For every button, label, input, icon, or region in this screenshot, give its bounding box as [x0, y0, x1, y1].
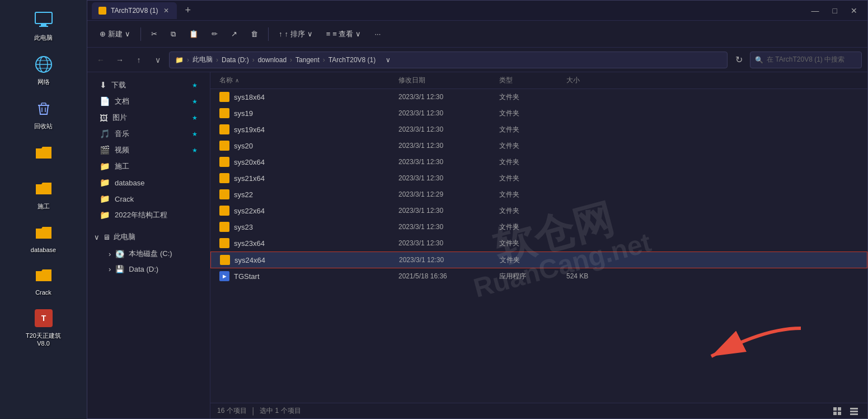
add-tab-button[interactable]: + [181, 4, 194, 16]
sidebar-item-construction[interactable]: 📁 施工 [91, 159, 207, 174]
file-row[interactable]: sys21x64 2023/3/1 12:30 文件夹 [210, 170, 867, 187]
active-tab[interactable]: TArchT20V8 (1) ✕ [92, 2, 177, 19]
file-name: sys20x64 [234, 158, 398, 166]
file-row[interactable]: sys20 2023/3/1 12:30 文件夹 [210, 138, 867, 154]
path-part-0: 此电脑 [193, 55, 213, 64]
sidebar-item-structural[interactable]: 📁 2022年结构工程 [91, 207, 207, 223]
file-area: 名称 ∧ 修改日期 类型 大小 软仓网 RuanCang.net [210, 72, 867, 418]
share-button[interactable]: ↗ [226, 26, 243, 41]
sort-label: ↑ 排序 [285, 29, 305, 39]
structural-folder-icon [32, 264, 55, 287]
desktop-icon-database[interactable]: 施工 [21, 174, 66, 214]
desktop-icon-t20-label: T20天正建筑V8.0 [26, 332, 61, 347]
file-name: sys20 [234, 142, 398, 150]
file-row[interactable]: sys20x64 2023/3/1 12:30 文件夹 [210, 154, 867, 170]
copy-button[interactable]: ⧉ [165, 26, 181, 42]
col-name-label: 名称 [219, 76, 233, 85]
col-header-date[interactable]: 修改日期 [398, 76, 499, 85]
videos-icon: 🎬 [100, 145, 110, 155]
address-path[interactable]: 📁 › 此电脑 › Data (D:) › download › Tangent… [169, 52, 728, 68]
rename-button[interactable]: ✏ [206, 26, 223, 41]
sort-button[interactable]: ↑ ↑ 排序 ∨ [273, 26, 318, 43]
sidebar-this-pc-header[interactable]: ∨ 🖥 此电脑 [87, 229, 210, 245]
refresh-button[interactable]: ↻ [731, 52, 747, 68]
desktop-icon-crack[interactable]: database [21, 218, 66, 257]
pin-icon-documents: ★ [192, 98, 198, 105]
download-icon: ⬇ [100, 80, 107, 90]
folder-icon [220, 255, 230, 265]
close-button[interactable]: ✕ [847, 5, 861, 16]
sidebar-label-construction: 施工 [115, 161, 129, 171]
app-icon: ▶ [219, 271, 229, 281]
path-separator-3: › [290, 56, 292, 64]
search-box[interactable]: 🔍 在 TArchT20V8 (1) 中搜索 [750, 52, 862, 68]
file-name: sys18x64 [234, 93, 398, 101]
back-button[interactable]: ← [93, 52, 109, 68]
tab-folder-icon [98, 7, 106, 15]
desktop-icon-construction[interactable] [21, 138, 66, 170]
svg-rect-18 [850, 408, 858, 409]
sidebar-label-documents: 文档 [115, 96, 129, 106]
file-type: 文件夹 [499, 109, 566, 118]
file-row[interactable]: sys22x64 2023/3/1 12:30 文件夹 [210, 203, 867, 219]
sidebar-label-pictures: 图片 [112, 113, 127, 123]
paste-button[interactable]: 📋 [184, 26, 204, 41]
cut-button[interactable]: ✂ [146, 26, 163, 41]
file-row[interactable]: sys24x64 2023/3/1 12:30 文件夹 [210, 252, 867, 268]
tab-close-button[interactable]: ✕ [162, 7, 170, 15]
file-name: sys23 [234, 223, 398, 231]
folder-icon [219, 157, 229, 167]
sidebar-item-pictures[interactable]: 🖼 图片 ★ [91, 110, 207, 125]
desktop-icon-network[interactable]: 网络 [21, 50, 66, 90]
sidebar-item-crack[interactable]: 📁 Crack [91, 191, 207, 207]
minimize-button[interactable]: — [808, 5, 823, 16]
col-header-size[interactable]: 大小 [566, 76, 622, 85]
desktop-icon-this-pc[interactable]: 此电脑 [21, 6, 66, 45]
new-button[interactable]: ⊕ 新建 ∨ [94, 26, 136, 43]
selected-count: 选中 1 个项目 [260, 406, 301, 416]
sidebar-item-downloads[interactable]: ⬇ 下载 ★ [91, 77, 207, 93]
view-button[interactable]: ≡ ≡ 查看 ∨ [321, 26, 367, 43]
desktop-icon-database-label: 施工 [37, 202, 50, 211]
desktop-icon-this-pc-label: 此电脑 [34, 34, 53, 42]
file-row[interactable]: ▶ TGStart 2021/5/18 16:36 应用程序 524 KB [210, 268, 867, 285]
cut-icon: ✂ [151, 30, 157, 38]
col-header-name[interactable]: 名称 ∧ [219, 76, 398, 85]
construction-folder-icon [32, 142, 55, 164]
list-view-button[interactable] [847, 404, 861, 418]
file-type: 文件夹 [499, 190, 566, 199]
file-row[interactable]: sys18x64 2023/3/1 12:30 文件夹 [210, 89, 867, 105]
file-row[interactable]: sys19x64 2023/3/1 12:30 文件夹 [210, 122, 867, 138]
col-header-type[interactable]: 类型 [499, 76, 566, 85]
svg-rect-14 [833, 407, 837, 411]
sidebar-item-music[interactable]: 🎵 音乐 ★ [91, 126, 207, 142]
file-row[interactable]: sys23 2023/3/1 12:30 文件夹 [210, 219, 867, 235]
desktop-icon-recycle[interactable]: 回收站 [21, 94, 66, 134]
path-dropdown-button[interactable]: ∨ [381, 53, 395, 67]
sort-arrow-icon: ∧ [235, 77, 239, 83]
sidebar-item-documents[interactable]: 📄 文档 ★ [91, 94, 207, 109]
more-button[interactable]: ··· [369, 26, 386, 41]
desktop-icon-t20[interactable]: T T20天正建筑V8.0 [21, 304, 66, 350]
sidebar-item-database[interactable]: 📁 database [91, 175, 207, 190]
up-button[interactable]: ↑ [131, 52, 147, 68]
forward-button[interactable]: → [112, 52, 128, 68]
sidebar-local-disk[interactable]: › 💽 本地磁盘 (C:) [91, 246, 207, 262]
maximize-button[interactable]: □ [829, 5, 841, 16]
delete-button[interactable]: 🗑 [245, 26, 264, 41]
file-row[interactable]: sys22 2023/3/1 12:29 文件夹 [210, 187, 867, 203]
expand-button[interactable]: ∨ [150, 52, 166, 68]
file-row[interactable]: sys23x64 2023/3/1 12:30 文件夹 [210, 235, 867, 252]
desktop-icon-2022[interactable]: Crack [21, 261, 66, 299]
svg-rect-19 [850, 411, 858, 412]
sidebar-item-videos[interactable]: 🎬 视频 ★ [91, 142, 207, 158]
status-bar: 16 个项目 │ 选中 1 个项目 [210, 403, 867, 418]
expand-icon: ∨ [94, 233, 100, 241]
grid-view-button[interactable] [831, 404, 844, 418]
desktop-icon-crack-label: database [31, 246, 56, 253]
sidebar-data-disk[interactable]: › 💾 Data (D:) [91, 262, 207, 276]
file-name: sys21x64 [234, 174, 398, 183]
main-content: ⬇ 下载 ★ 📄 文档 ★ 🖼 图片 ★ 🎵 音乐 ★ 🎬 视频 [87, 72, 867, 418]
file-row[interactable]: sys19 2023/3/1 12:30 文件夹 [210, 105, 867, 122]
view-controls [831, 404, 861, 418]
